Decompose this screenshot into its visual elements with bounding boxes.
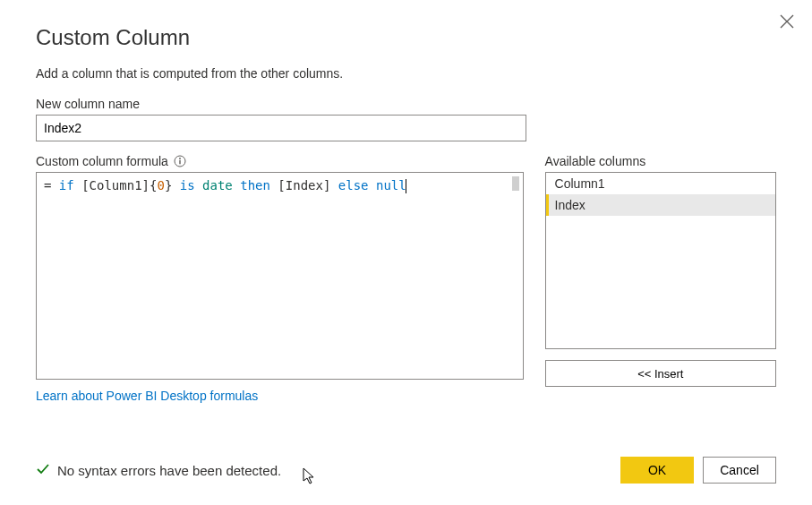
formula-label-text: Custom column formula: [36, 154, 168, 168]
scrollbar-thumb[interactable]: [512, 176, 519, 191]
new-column-name-label: New column name: [36, 97, 776, 111]
available-column-item[interactable]: Column1: [546, 173, 775, 194]
insert-button[interactable]: << Insert: [545, 360, 776, 387]
dialog-title: Custom Column: [36, 25, 776, 50]
kw-type: date: [202, 178, 233, 193]
info-icon[interactable]: [174, 155, 186, 167]
formula-ref1b: }: [165, 178, 180, 193]
available-columns-list: Column1 Index: [545, 172, 776, 349]
kw-null: null: [376, 178, 406, 193]
cancel-button[interactable]: Cancel: [703, 457, 776, 484]
close-icon[interactable]: [780, 14, 794, 32]
custom-column-dialog: Custom Column Add a column that is compu…: [0, 0, 812, 505]
formula-editor[interactable]: = if [Column1]{0} is date then [Index] e…: [36, 172, 524, 380]
formula-num: 0: [157, 178, 164, 193]
text-caret: [406, 179, 406, 193]
formula-ref2: [Index]: [278, 178, 330, 193]
new-column-name-input[interactable]: [36, 115, 526, 141]
check-icon: [36, 462, 50, 479]
kw-else: else: [338, 178, 369, 193]
kw-then: then: [240, 178, 270, 193]
dialog-description: Add a column that is computed from the o…: [36, 66, 776, 81]
available-column-item[interactable]: Index: [546, 194, 775, 216]
status-text: No syntax errors have been detected.: [57, 463, 281, 478]
svg-point-1: [179, 158, 181, 159]
formula-ref1: [Column1]{: [81, 178, 157, 193]
status-bar: No syntax errors have been detected.: [36, 462, 281, 479]
available-columns-label: Available columns: [545, 154, 776, 168]
kw-if: if: [59, 178, 74, 193]
formula-label: Custom column formula: [36, 154, 524, 168]
formula-eq: =: [44, 178, 59, 193]
ok-button[interactable]: OK: [620, 457, 694, 484]
svg-rect-2: [179, 160, 180, 165]
kw-is: is: [180, 178, 195, 193]
learn-link[interactable]: Learn about Power BI Desktop formulas: [36, 389, 258, 403]
